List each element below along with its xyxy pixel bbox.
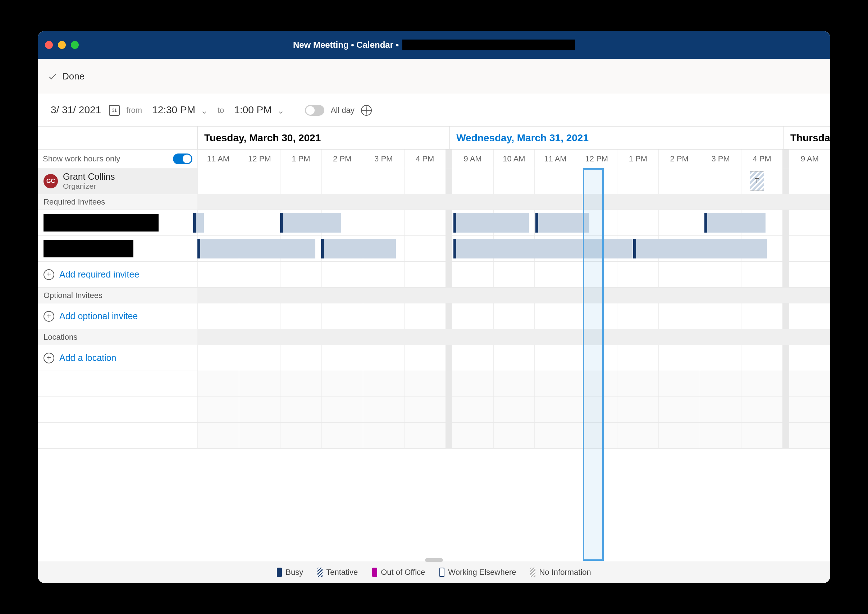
all-day-toggle[interactable] <box>305 105 325 116</box>
close-window-button[interactable] <box>45 41 53 49</box>
calendar-icon[interactable]: 31 <box>109 105 120 116</box>
hour-header-row: Show work hours only 11 AM12 PM1 PM2 PM3… <box>38 150 830 168</box>
date-field[interactable]: 3/ 31/ 2021 <box>49 102 102 118</box>
hour-header: 2 PM <box>658 150 700 168</box>
day-header: Wednesday, March 31, 2021 <box>449 127 784 149</box>
optional-label: Optional Invitees <box>43 291 102 300</box>
hour-header: 1 PM <box>280 150 321 168</box>
busy-block[interactable] <box>197 239 315 259</box>
toolbar: Done <box>38 59 830 94</box>
chevron-down-icon <box>278 107 284 113</box>
to-label: to <box>217 106 224 115</box>
required-invitee-row <box>38 210 830 236</box>
hour-header: 2 PM <box>321 150 363 168</box>
plus-icon: + <box>43 311 54 322</box>
hour-header: 3 PM <box>363 150 404 168</box>
timezone-icon[interactable] <box>361 105 372 116</box>
hour-header: 9 AM <box>789 150 830 168</box>
zoom-window-button[interactable] <box>71 41 79 49</box>
scheduling-assistant-window: New Meetting • Calendar • Done 3/ 31/ 20… <box>38 31 830 583</box>
show-work-hours-toggle[interactable] <box>173 154 193 164</box>
optional-section-header: Optional Invitees <box>38 288 830 303</box>
invitee-timeline[interactable] <box>197 236 830 261</box>
required-section-header: Required Invitees <box>38 194 830 210</box>
busy-block[interactable] <box>704 213 766 233</box>
hour-header: 11 AM <box>197 150 239 168</box>
add-required-row: + Add required invitee <box>38 262 830 288</box>
organizer-name: Grant Collins <box>63 172 115 182</box>
to-time-value: 1:00 PM <box>234 104 272 116</box>
busy-block[interactable] <box>321 239 396 259</box>
day-header-row: Tuesday, March 30, 2021Wednesday, March … <box>38 127 830 150</box>
empty-row <box>38 397 830 423</box>
checkmark-icon <box>48 72 57 81</box>
hour-header: 9 AM <box>452 150 493 168</box>
legend-no-information: No Information <box>530 567 591 577</box>
hour-header: 3 PM <box>700 150 741 168</box>
plus-icon: + <box>43 269 54 280</box>
time-bar: 3/ 31/ 2021 31 from 12:30 PM to 1:00 PM … <box>38 94 830 127</box>
legend-tentative: Tentative <box>317 567 358 577</box>
tentative-block[interactable]: T <box>750 171 764 191</box>
organizer-row: GC Grant Collins Organizer T <box>38 168 830 194</box>
plus-icon: + <box>43 353 54 363</box>
show-work-hours-label: Show work hours only <box>43 154 120 164</box>
organizer-timeline[interactable]: T <box>197 168 830 194</box>
from-label: from <box>126 106 142 115</box>
schedule-grid: Tuesday, March 30, 2021Wednesday, March … <box>38 127 830 561</box>
invitee-redacted <box>43 214 158 231</box>
day-header: Thursday <box>784 127 830 149</box>
hour-header: 12 PM <box>576 150 617 168</box>
empty-row <box>38 423 830 449</box>
locations-label: Locations <box>43 333 77 342</box>
all-day-label: All day <box>331 106 354 115</box>
attendee-rows: GC Grant Collins Organizer T Required In… <box>38 168 830 561</box>
required-label: Required Invitees <box>43 197 105 207</box>
add-optional-link[interactable]: Add optional invitee <box>59 311 138 321</box>
busy-block[interactable] <box>193 213 204 233</box>
add-optional-row: + Add optional invitee <box>38 303 830 329</box>
busy-block[interactable] <box>453 239 632 259</box>
add-required-link[interactable]: Add required invitee <box>59 269 139 280</box>
from-time-value: 12:30 PM <box>152 104 195 116</box>
add-location-row: + Add a location <box>38 345 830 371</box>
invitee-timeline[interactable] <box>197 210 830 236</box>
add-location-link[interactable]: Add a location <box>59 353 116 363</box>
done-button[interactable]: Done <box>48 71 84 82</box>
organizer-role: Organizer <box>63 182 115 191</box>
title-account-redacted <box>402 40 575 50</box>
titlebar: New Meetting • Calendar • <box>38 31 830 59</box>
done-label: Done <box>62 71 84 82</box>
busy-block[interactable] <box>453 213 529 233</box>
title-text: New Meetting • Calendar • <box>293 40 399 50</box>
chevron-down-icon <box>201 107 208 113</box>
busy-block[interactable] <box>536 213 589 233</box>
empty-row <box>38 371 830 397</box>
hour-header: 10 AM <box>493 150 535 168</box>
legend-working-elsewhere: Working Elsewhere <box>439 567 516 577</box>
window-title: New Meetting • Calendar • <box>293 40 575 50</box>
hour-header: 4 PM <box>741 150 783 168</box>
busy-block[interactable] <box>633 239 767 259</box>
day-header: Tuesday, March 30, 2021 <box>197 127 449 149</box>
from-time-dropdown[interactable]: 12:30 PM <box>149 102 211 118</box>
hour-header: 12 PM <box>239 150 280 168</box>
minimize-window-button[interactable] <box>58 41 66 49</box>
avatar: GC <box>43 174 58 188</box>
hour-header: 1 PM <box>617 150 658 168</box>
invitee-redacted <box>43 240 134 257</box>
required-invitee-row <box>38 236 830 262</box>
to-time-dropdown[interactable]: 1:00 PM <box>230 102 287 118</box>
legend-busy: Busy <box>277 567 303 577</box>
window-controls <box>45 41 79 49</box>
legend-out-of-office: Out of Office <box>372 567 425 577</box>
locations-section-header: Locations <box>38 329 830 345</box>
hour-header: 11 AM <box>534 150 576 168</box>
scroll-handle[interactable] <box>425 558 443 562</box>
legend-footer: Busy Tentative Out of Office Working Els… <box>38 561 830 583</box>
busy-block[interactable] <box>280 213 341 233</box>
hour-header: 4 PM <box>404 150 446 168</box>
